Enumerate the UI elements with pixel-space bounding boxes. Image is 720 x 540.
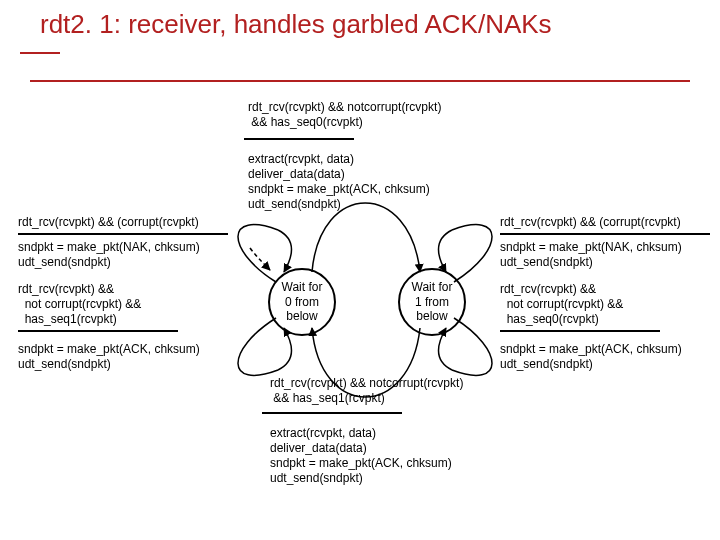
left-seq1-action: sndpkt = make_pkt(ACK, chksum) udt_send(… (18, 342, 200, 372)
top-action: extract(rcvpkt, data) deliver_data(data)… (248, 152, 430, 212)
right-corrupt-action: sndpkt = make_pkt(NAK, chksum) udt_send(… (500, 240, 682, 270)
right-corrupt-rule (500, 233, 710, 235)
left-seq1-rule (18, 330, 178, 332)
left-corrupt-event: rdt_rcv(rcvpkt) && (corrupt(rcvpkt) (18, 215, 199, 230)
bottom-event-rule (262, 412, 402, 414)
slide-title: rdt2. 1: receiver, handles garbled ACK/N… (40, 10, 552, 40)
left-corrupt-rule (18, 233, 228, 235)
title-underline (30, 80, 690, 82)
left-corrupt-action: sndpkt = make_pkt(NAK, chksum) udt_send(… (18, 240, 200, 270)
decorative-rule (20, 52, 60, 54)
top-event-rule (244, 138, 354, 140)
top-event: rdt_rcv(rcvpkt) && notcorrupt(rcvpkt) &&… (248, 100, 441, 130)
state-wait-0-label: Wait for 0 from below (282, 280, 323, 323)
state-wait-1-label: Wait for 1 from below (412, 280, 453, 323)
bottom-action: extract(rcvpkt, data) deliver_data(data)… (270, 426, 452, 486)
right-corrupt-event: rdt_rcv(rcvpkt) && (corrupt(rcvpkt) (500, 215, 681, 230)
state-wait-1: Wait for 1 from below (398, 268, 466, 336)
right-seq0-rule (500, 330, 660, 332)
left-seq1-event: rdt_rcv(rcvpkt) && not corrupt(rcvpkt) &… (18, 282, 141, 327)
right-seq0-event: rdt_rcv(rcvpkt) && not corrupt(rcvpkt) &… (500, 282, 623, 327)
bottom-event: rdt_rcv(rcvpkt) && notcorrupt(rcvpkt) &&… (270, 376, 463, 406)
right-seq0-action: sndpkt = make_pkt(ACK, chksum) udt_send(… (500, 342, 682, 372)
state-wait-0: Wait for 0 from below (268, 268, 336, 336)
